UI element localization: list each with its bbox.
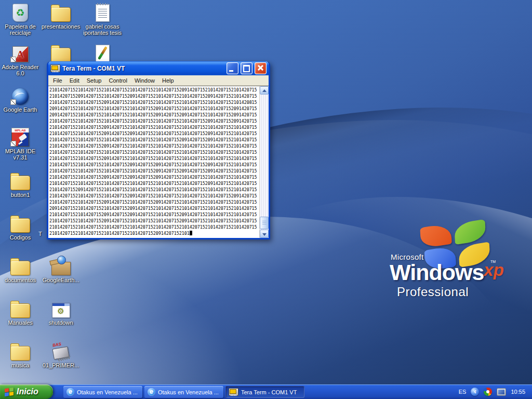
desktop-icon-label: shutdown <box>41 320 81 326</box>
desktop-icon-label: MPLAB IDE v7.31 <box>0 148 41 161</box>
folder-icon <box>51 7 71 22</box>
terminal-line: 2091420715210142071521014207152091420715… <box>49 205 259 211</box>
desktop-icon-label: Google Earth <box>0 107 41 113</box>
terminal-line: 2101420715210142071521014207152101420715… <box>49 230 259 236</box>
desktop-icon-label: button1 <box>0 192 41 198</box>
taskbar-button-tera-term[interactable]: Tera Term - COM1 VT <box>225 386 304 398</box>
tera-term-vt-icon <box>229 388 238 396</box>
menu-control[interactable]: Control <box>105 76 130 85</box>
window-titlebar[interactable]: Tera Term - COM1 VT <box>48 61 269 75</box>
start-button[interactable]: Inicio <box>0 384 53 399</box>
terminal-line: 2101420715210142071520914207152101420715… <box>49 155 259 162</box>
flag-pane-red <box>420 223 451 249</box>
terminal-line: 2101420715210142071521014207152101420715… <box>49 118 259 124</box>
paint-document-icon <box>96 45 110 62</box>
app-window-gear-icon <box>52 303 70 318</box>
menu-file[interactable]: File <box>49 76 66 85</box>
start-button-label: Inicio <box>17 387 38 396</box>
language-indicator[interactable]: ES <box>459 389 467 395</box>
taskbar-button-label: Otakus en Venezuela ... <box>77 389 138 395</box>
desktop-icon-musica[interactable]: musica <box>0 342 41 368</box>
desktop-icon-label: Adobe Reader 6.0 <box>0 64 41 76</box>
terminal-line: 2101420715210142071521014207152101420715… <box>49 168 259 174</box>
desktop-icon-button1[interactable]: button1 <box>0 171 41 198</box>
system-tray: ES 10:55 <box>452 384 532 399</box>
desktop-icon-codigos[interactable]: Codigos <box>0 214 41 241</box>
desktop-icon-01-primer[interactable]: 01_PRIMER... <box>41 342 81 368</box>
flag-pane-green <box>454 219 486 245</box>
desktop-icon-label: gabriel cosas iportantes tesis <box>82 23 123 36</box>
menu-setup[interactable]: Setup <box>83 76 105 85</box>
desktop-icon-label: musica <box>0 362 41 368</box>
scrollbar-thumb[interactable] <box>260 217 269 229</box>
taskbar-button-label: Tera Term - COM1 VT <box>241 389 297 395</box>
terminal-line: 2101420715210142071520914207152091420715… <box>49 174 259 180</box>
desktop-icon-label: GoogleEarth... <box>41 277 81 283</box>
maximize-button[interactable] <box>241 62 252 74</box>
menu-help[interactable]: Help <box>158 76 178 85</box>
chip-icon <box>52 347 69 360</box>
desktop-icon-googleearth-box[interactable]: GoogleEarth... <box>41 257 81 283</box>
desktop: Papelera de reciclaje presentaciones gab… <box>0 0 532 399</box>
logo-windows-text: Windows <box>390 260 484 285</box>
window-menubar: File Edit Setup Control Window Help <box>48 75 269 86</box>
desktop-icon-google-earth[interactable]: Google Earth <box>0 86 41 113</box>
terminal-line: 2101420715210142071520914207152101420715… <box>49 218 259 224</box>
terminal-line: 2101420715210142071521014207152091420715… <box>49 193 259 199</box>
google-earth-icon <box>12 88 29 105</box>
taskbar-button-otakus-2[interactable]: Otakus en Venezuela ... <box>144 386 223 398</box>
network-computer-icon[interactable] <box>497 388 506 396</box>
folder-icon <box>10 218 30 233</box>
desktop-icon-papelera[interactable]: Papelera de reciclaje <box>0 3 41 36</box>
desktop-icon-gabriel-cosas[interactable]: gabriel cosas iportantes tesis <box>82 3 123 36</box>
terminal-line: 2101420715209142071521014207152101420715… <box>49 187 259 193</box>
partial-icon-label: T <box>38 231 42 237</box>
terminal-line: 2101420715210142071520914207152101420715… <box>49 99 259 105</box>
scroll-up-button[interactable] <box>260 86 269 95</box>
folder-icon <box>10 346 30 361</box>
package-globe-icon <box>51 262 71 275</box>
desktop-icon-shutdown[interactable]: shutdown <box>41 299 81 326</box>
desktop-icon-documentos[interactable]: documentos <box>0 257 41 283</box>
vertical-scrollbar[interactable] <box>259 86 269 238</box>
desktop-icon-label: Codigos <box>0 234 41 241</box>
folder-icon <box>51 48 71 62</box>
terminal-line: 2091420715210142071521014207152101420715… <box>49 112 259 118</box>
desktop-icon-label: Manuales <box>0 320 41 326</box>
internet-explorer-icon <box>148 388 155 396</box>
terminal-line: 2101420715210142071521014207152101420715… <box>49 87 259 93</box>
recycle-bin-icon <box>12 4 28 22</box>
terminal-text[interactable]: 2101420715210142071521014207152101420715… <box>48 86 259 238</box>
desktop-icon-label: Papelera de reciclaje <box>0 23 41 36</box>
taskbar-button-otakus-1[interactable]: Otakus en Venezuela ... <box>63 386 142 398</box>
desktop-icon-adobe-reader[interactable]: Adobe Reader 6.0 <box>0 44 41 76</box>
terminal-line: 2101420715210142071520914207152091420715… <box>49 211 259 218</box>
folder-icon <box>10 261 30 275</box>
terminal-line: 2101420715210142071520914207152101420715… <box>49 124 259 130</box>
terminal-line: 2101420715210142071520914207152091420715… <box>49 130 259 137</box>
close-button[interactable] <box>255 62 267 74</box>
desktop-icon-manuales[interactable]: Manuales <box>0 299 41 326</box>
scroll-down-button[interactable] <box>260 230 269 238</box>
terminal-line: 2101420715210142071521014207152101420715… <box>49 137 259 143</box>
folder-icon <box>10 303 30 318</box>
terminal-area[interactable]: 2101420715210142071521014207152101420715… <box>48 86 269 238</box>
folder-icon <box>10 176 30 190</box>
logo-edition-text: Professional <box>397 285 469 299</box>
minimize-button[interactable] <box>227 62 238 74</box>
taskbar-button-label: Otakus en Venezuela ... <box>158 389 219 395</box>
clock[interactable]: 10:55 <box>511 389 525 395</box>
terminal-line: 2101420715209142071521014207152091420715… <box>49 93 259 99</box>
tera-term-window: Tera Term - COM1 VT File Edit Setup Cont… <box>47 61 270 240</box>
windows-flag-icon <box>5 387 14 396</box>
show-hidden-icons-icon[interactable] <box>471 388 479 396</box>
desktop-icon-label: documentos <box>0 277 41 283</box>
terminal-line: 2101420715210142071521014207152101420715… <box>49 149 259 155</box>
menu-edit[interactable]: Edit <box>66 76 83 85</box>
messenger-swirl-icon[interactable] <box>484 388 492 396</box>
internet-explorer-icon <box>66 388 74 396</box>
menu-window[interactable]: Window <box>131 76 158 85</box>
taskbar: Inicio Otakus en Venezuela ... Otakus en… <box>0 384 532 399</box>
desktop-icon-mplab[interactable]: MPLAB IDE v7.31 <box>0 128 41 161</box>
desktop-icon-presentaciones[interactable]: presentaciones <box>41 3 81 30</box>
